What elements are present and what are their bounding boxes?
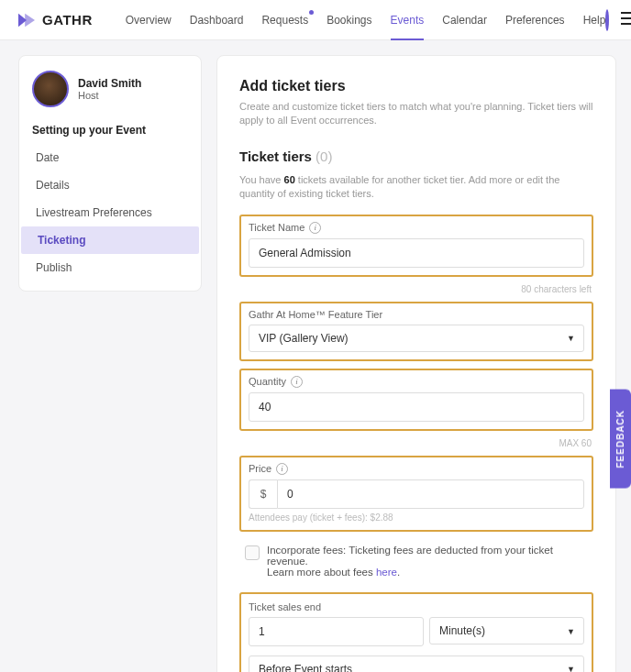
price-input[interactable] [277, 479, 584, 509]
nav-requests[interactable]: Requests [261, 1, 308, 39]
fees-link[interactable]: here [376, 567, 397, 578]
tiers-heading-label: Ticket tiers [239, 149, 312, 164]
sidebar-item-publish[interactable]: Publish [19, 254, 201, 281]
incorporate-fees-row: Incorporate fees: Ticketing fees are ded… [245, 545, 593, 578]
logo[interactable]: GATHR [17, 12, 93, 28]
ticket-name-hint: 80 characters left [239, 284, 592, 294]
feature-tier-select[interactable]: VIP (Gallery View) [249, 325, 584, 352]
sidebar-item-details[interactable]: Details [19, 171, 201, 199]
tickets-available-count: 60 [284, 174, 295, 185]
page-subtitle: Create and customize ticket tiers to mat… [239, 100, 593, 128]
setup-sidebar: David Smith Host Setting up your Event D… [18, 55, 202, 292]
info-icon[interactable]: i [309, 222, 321, 234]
tiers-count: (0) [316, 149, 332, 164]
incorporate-fees-text: Incorporate fees: Ticketing fees are ded… [267, 545, 593, 578]
sidebar-item-ticketing[interactable]: Ticketing [21, 226, 199, 254]
price-fineprint: Attendees pay (ticket + fees): $2.88 [249, 512, 584, 523]
feedback-tab[interactable]: FEEDBACK [610, 390, 631, 489]
logo-icon [17, 12, 37, 28]
ticket-name-label: Ticket Name [249, 222, 304, 233]
sales-end-label: Ticket sales end [249, 601, 321, 612]
nav-dashboard[interactable]: Dashboard [190, 1, 244, 39]
quantity-fieldset: Quantityi [239, 369, 593, 431]
tiers-heading: Ticket tiers (0) [239, 149, 593, 164]
sales-end-number-input[interactable] [249, 617, 424, 646]
nav-bookings[interactable]: Bookings [327, 1, 371, 39]
sales-end-unit-select[interactable]: Minute(s) [429, 617, 584, 644]
sidebar-heading: Setting up your Event [19, 120, 201, 144]
nav-help[interactable]: Help [583, 1, 606, 39]
sidebar-username: David Smith [78, 77, 141, 90]
top-bar: GATHR Overview Dashboard Requests Bookin… [0, 0, 631, 40]
page-title: Add ticket tiers [239, 78, 593, 94]
nav-events[interactable]: Events [391, 1, 425, 39]
feature-tier-fieldset: Gathr At Home™ Feature Tier VIP (Gallery… [239, 302, 593, 361]
nav-calendar[interactable]: Calendar [442, 1, 487, 39]
nav-preferences[interactable]: Preferences [505, 1, 565, 39]
main-panel: Add ticket tiers Create and customize ti… [216, 55, 616, 672]
top-nav: Overview Dashboard Requests Bookings Eve… [126, 1, 606, 39]
tickets-available-text: You have 60 tickets available for anothe… [239, 173, 593, 202]
info-icon[interactable]: i [276, 463, 288, 475]
incorporate-fees-checkbox[interactable] [245, 545, 260, 560]
quantity-hint: MAX 60 [239, 438, 592, 448]
sales-end-fieldset: Ticket sales end Minute(s) Before Event … [239, 592, 593, 672]
ticket-name-fieldset: Ticket Namei [239, 215, 593, 277]
notification-dot-icon [309, 10, 314, 15]
sidebar-item-livestream[interactable]: Livestream Preferences [19, 199, 201, 226]
currency-symbol: $ [249, 479, 277, 509]
price-fieldset: Pricei $ Attendees pay (ticket + fees): … [239, 456, 593, 532]
user-avatar-icon [32, 71, 69, 107]
sales-end-when-select[interactable]: Before Event starts [249, 655, 584, 672]
menu-icon[interactable] [620, 11, 631, 28]
sidebar-item-date[interactable]: Date [19, 144, 201, 171]
user-avatar-top[interactable] [605, 9, 609, 31]
nav-overview[interactable]: Overview [126, 1, 172, 39]
sidebar-user: David Smith Host [19, 69, 201, 120]
feature-tier-label: Gathr At Home™ Feature Tier [249, 309, 382, 320]
quantity-input[interactable] [249, 392, 584, 422]
logo-text: GATHR [42, 12, 93, 28]
price-label: Price [249, 463, 271, 474]
info-icon[interactable]: i [291, 376, 303, 388]
ticket-name-input[interactable] [249, 238, 584, 268]
quantity-label: Quantity [249, 376, 286, 387]
sidebar-role: Host [78, 90, 141, 101]
nav-requests-label: Requests [261, 14, 308, 27]
